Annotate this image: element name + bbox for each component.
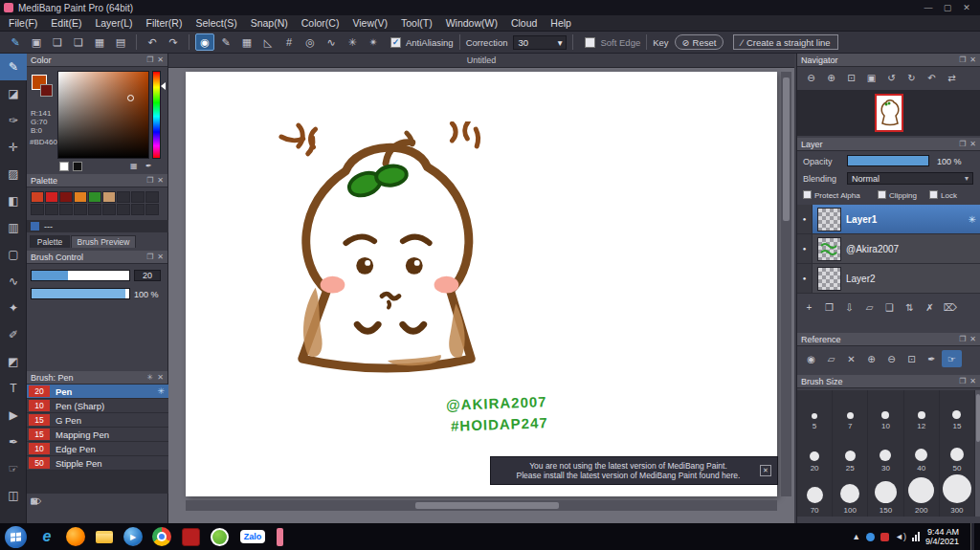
popout-icon[interactable]: ❐ [146, 55, 153, 64]
default-colors-swatch[interactable] [59, 162, 69, 171]
brush-item-mapping-pen[interactable]: 15 Mapping Pen [27, 428, 168, 442]
brush-size-value[interactable]: 20 [134, 270, 161, 281]
antialiasing-checkbox[interactable]: ✓ [390, 37, 401, 48]
popout-icon[interactable]: ❐ [959, 377, 966, 385]
brush-size-scrollbar[interactable] [975, 390, 980, 517]
menu-color[interactable]: Color(C) [295, 17, 346, 29]
close-icon[interactable]: ✕ [969, 377, 976, 385]
brush-size-option[interactable]: 300 [940, 474, 975, 517]
palette-swatch[interactable] [74, 204, 87, 215]
tray-app-icon-red[interactable] [880, 533, 889, 541]
zoom-out-icon[interactable]: ⊖ [801, 69, 821, 86]
show-desktop-button[interactable] [970, 523, 974, 550]
reset-button[interactable]: ⊘ Reset [675, 34, 724, 50]
saturation-value-picker[interactable] [57, 71, 149, 159]
brush-item-stipple-pen[interactable]: 50 Stipple Pen [27, 456, 168, 471]
snap-off-icon[interactable]: ◉ [195, 33, 214, 51]
eraser-tool[interactable]: ◪ [0, 80, 27, 107]
menu-view[interactable]: View(V) [345, 17, 394, 29]
color-dropper-icon[interactable]: ✒ [145, 162, 152, 170]
grid-icon[interactable]: ▦ [90, 33, 109, 51]
cross-snap-icon[interactable]: # [279, 33, 299, 51]
move-tool[interactable]: ✛ [0, 134, 27, 161]
popout-icon[interactable]: ❐ [146, 176, 153, 185]
magic-wand-tool[interactable]: ✦ [0, 295, 27, 321]
perspective-snap-icon[interactable]: ◺ [258, 33, 278, 51]
notice-close-button[interactable]: ✕ [760, 465, 771, 476]
operation-tool[interactable]: ▶ [0, 402, 27, 429]
finger-tool[interactable]: ✑ [0, 107, 27, 134]
palette-swatch[interactable] [102, 204, 116, 215]
medibang-taskbar-icon[interactable] [275, 525, 284, 548]
lasso-tool[interactable]: ∿ [0, 268, 27, 295]
menu-file[interactable]: File(F) [2, 17, 44, 29]
layer-row-akira2007[interactable]: ● @Akira2007 [797, 234, 980, 264]
actual-size-icon[interactable]: ▣ [861, 69, 881, 86]
start-button[interactable] [5, 526, 27, 548]
brush-tool[interactable]: ✎ [0, 54, 27, 80]
file-explorer-icon[interactable] [93, 525, 116, 548]
bucket-tool[interactable]: ◧ [0, 187, 27, 214]
palette-swatch[interactable] [45, 191, 58, 203]
brush-settings-icon[interactable]: ✎ [6, 33, 25, 51]
reference-zoom-out-icon[interactable]: ⊖ [881, 350, 902, 367]
maximize-button[interactable]: ▢ [938, 3, 957, 12]
layer-opacity-slider[interactable] [847, 155, 929, 166]
palette-swatch[interactable] [59, 191, 73, 203]
close-icon[interactable]: ✕ [969, 55, 976, 64]
coccoc-browser-icon[interactable] [208, 525, 231, 548]
select-tool[interactable]: ▢ [0, 241, 27, 268]
palette-swatch[interactable] [88, 204, 101, 215]
rotate-right-icon[interactable]: ↻ [902, 69, 922, 86]
gear-icon[interactable]: ✳ [147, 373, 154, 382]
redo-button[interactable]: ↷ [164, 33, 183, 51]
visibility-toggle[interactable]: ● [797, 205, 813, 233]
background-color-swatch[interactable] [40, 84, 53, 97]
reference-hand-icon[interactable]: ☞ [942, 350, 962, 367]
reset-rotation-icon[interactable]: ↶ [922, 69, 942, 86]
chrome-icon[interactable] [150, 525, 173, 548]
grid-snap-icon[interactable]: ▦ [237, 33, 256, 51]
correction-dropdown[interactable]: 30 ▾ [513, 35, 567, 50]
menu-snap[interactable]: Snap(N) [244, 17, 295, 29]
menu-edit[interactable]: Edit(E) [44, 17, 88, 29]
brush-item-pen[interactable]: 20 Pen ✳ [27, 385, 168, 399]
minimize-button[interactable]: — [919, 3, 938, 12]
circle-snap-icon[interactable]: ◎ [301, 33, 320, 51]
menu-filter[interactable]: Filter(R) [140, 17, 189, 29]
palette-swatch[interactable] [45, 204, 58, 215]
brush-size-option[interactable]: 20 [797, 432, 833, 474]
menu-select[interactable]: Select(S) [189, 17, 243, 29]
eyedropper-tool[interactable]: ✒ [0, 429, 27, 455]
fill-tool[interactable]: ▨ [0, 161, 27, 187]
palette-swatch[interactable] [88, 191, 101, 203]
brush-size-option[interactable]: 5 [797, 390, 833, 432]
brush-size-slider[interactable] [31, 270, 130, 281]
palette-swatch[interactable] [31, 191, 44, 203]
layer-row-layer2[interactable]: ● Layer2 [797, 264, 980, 294]
menu-window[interactable]: Window(W) [439, 17, 504, 29]
tab-palette[interactable]: Palette [30, 235, 70, 248]
reference-fit-icon[interactable]: ⊡ [902, 350, 922, 367]
brush-size-option[interactable]: 10 [868, 390, 903, 432]
palette-swatch[interactable] [145, 191, 159, 203]
comment-icon[interactable]: ❏ [48, 33, 67, 51]
blending-dropdown[interactable]: Normal ▾ [847, 172, 973, 185]
popout-icon[interactable]: ❐ [959, 140, 966, 148]
brush-size-option[interactable]: 150 [868, 474, 903, 517]
palette-swatch[interactable] [31, 204, 44, 215]
internet-explorer-icon[interactable]: e [35, 525, 58, 548]
palette-swatch[interactable] [59, 204, 73, 215]
select-eraser-tool[interactable]: ◩ [0, 348, 27, 375]
document-tab[interactable]: Untitled [168, 54, 794, 68]
menu-help[interactable]: Help [544, 17, 578, 29]
hand-tool[interactable]: ☞ [0, 455, 27, 482]
gear-icon[interactable]: ✳ [157, 386, 165, 396]
merge-layer-icon[interactable]: ❑ [880, 298, 900, 316]
palette-swatch[interactable] [117, 204, 130, 215]
drawing-canvas[interactable]: @AKIRA2007 #HOIDAP247 [186, 72, 777, 496]
clipping-checkbox[interactable] [878, 190, 886, 199]
visibility-toggle[interactable]: ● [797, 234, 813, 263]
palette-swatch[interactable] [131, 204, 145, 215]
curve-snap-icon[interactable]: ∿ [322, 33, 341, 51]
